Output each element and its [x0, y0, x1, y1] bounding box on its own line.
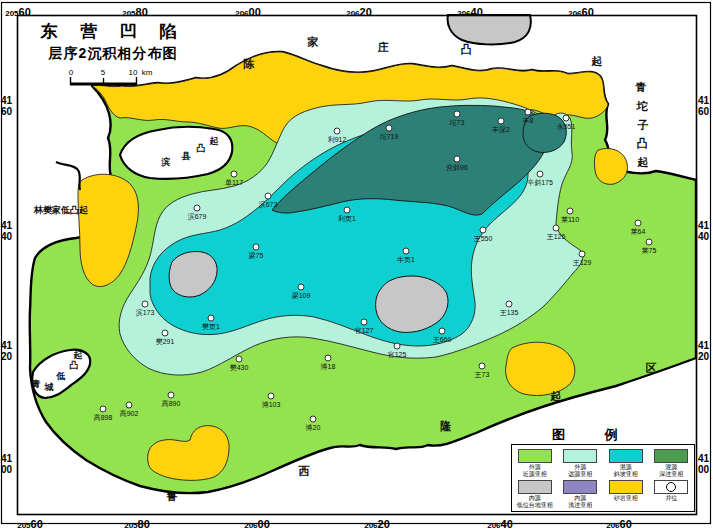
legend-item-label: 外源近源亚相: [513, 464, 557, 478]
geo-label: 起: [210, 135, 219, 148]
well-symbol-swatch: [654, 480, 688, 494]
grid-coordinate-label: 4100: [1, 453, 17, 475]
well-label: 坨73: [449, 119, 465, 126]
well-marker: [579, 251, 585, 257]
geo-label: 起: [74, 349, 83, 362]
well-label: 梁75: [249, 251, 264, 259]
well-marker: [454, 156, 460, 162]
well-label: 滨173: [136, 308, 155, 317]
grid-coordinate-label: 4120: [698, 340, 713, 362]
facies-map-page: 单117滨679滨673利912坨719坨73丰深2丰8永551辛斜175营斜9…: [0, 0, 713, 531]
well-marker: [142, 301, 148, 307]
well-label: 营斜96: [446, 164, 468, 172]
well-marker: [344, 207, 350, 213]
well-marker: [394, 343, 400, 349]
geo-label: 家: [308, 35, 319, 50]
well-label: 博20: [306, 424, 321, 432]
geo-label: 凸: [197, 142, 206, 155]
well-label: 樊页1: [202, 323, 220, 331]
well-marker: [361, 319, 367, 325]
well-marker: [525, 109, 531, 115]
scale-bar-tick-label: km: [142, 68, 153, 77]
legend-item-label: 内源低位台地亚相: [513, 495, 557, 509]
grid-coordinate-label: 20580: [124, 514, 150, 531]
well-marker: [403, 248, 409, 254]
well-marker: [506, 301, 512, 307]
well-label: 莱110: [561, 216, 579, 223]
well-label: 滨673: [259, 200, 278, 209]
well-marker: [386, 125, 392, 131]
well-marker: [310, 416, 316, 422]
well-label: 坨719: [379, 133, 399, 140]
legend-item-label: 外源远源亚相: [558, 464, 602, 478]
legend-item: 内源低位台地亚相: [513, 480, 557, 509]
geo-label: 区: [646, 361, 657, 376]
map-title-block: 东 营 凹 陷 层序2沉积相分布图: [28, 20, 198, 63]
well-label: 博103: [262, 401, 281, 409]
geo-label: 凸: [637, 136, 648, 151]
scale-bar-tick-label: 5: [101, 68, 105, 77]
well-marker: [268, 393, 274, 399]
geo-label: 青: [32, 378, 41, 391]
well-marker: [208, 315, 214, 321]
sand-body-northeast: [594, 148, 627, 184]
legend-color-swatch: [518, 449, 552, 463]
well-label: 王73: [475, 371, 490, 378]
geo-label: 凸: [461, 42, 472, 57]
geo-label: 县: [182, 150, 191, 163]
geo-label: 低: [57, 370, 66, 383]
legend-item: 外源近源亚相: [513, 449, 557, 478]
legend-item-label: 混源斜坡亚相: [604, 464, 648, 478]
legend-item-label: 混源深洼亚相: [649, 464, 693, 478]
geo-label: 青: [636, 80, 647, 95]
legend-item: 外源远源亚相: [558, 449, 602, 478]
well-marker: [126, 402, 132, 408]
well-label: 高902: [120, 410, 139, 417]
well-marker: [498, 118, 504, 124]
well-label: 王126: [547, 233, 566, 240]
legend-item: 混源深洼亚相: [649, 449, 693, 478]
legend-item: 井位: [649, 480, 693, 502]
uplift-linfanjia-boundary: [56, 162, 80, 190]
geo-label: 坨: [637, 99, 648, 114]
grid-coordinate-label: 4120: [1, 340, 17, 362]
well-label: 永551: [557, 123, 576, 130]
well-label: 高890: [162, 400, 181, 407]
well-marker: [646, 239, 652, 245]
well-label: 丰深2: [492, 126, 510, 134]
grid-coordinate-label: 20660: [606, 514, 632, 531]
well-marker: [480, 227, 486, 233]
legend-item: 混源斜坡亚相: [604, 449, 648, 478]
well-marker: [334, 128, 340, 134]
legend: 外源近源亚相外源远源亚相混源斜坡亚相混源深洼亚相内源低位台地亚相内源浅洼亚相砂岩…: [511, 444, 695, 512]
well-marker: [479, 363, 485, 369]
geo-label: 城: [45, 381, 54, 394]
map-title: 东 营 凹 陷: [28, 20, 198, 43]
well-icon: [666, 482, 676, 492]
legend-color-swatch: [609, 449, 643, 463]
well-label: 莱75: [642, 247, 657, 254]
well-marker: [231, 171, 237, 177]
scale-bar-tick-label: 10: [129, 68, 138, 77]
geo-label: 庄: [378, 40, 389, 55]
well-marker: [567, 208, 573, 214]
well-label: 丰8: [523, 117, 534, 124]
grid-coordinate-label: 20600: [235, 2, 261, 20]
well-label: 利页1: [338, 215, 356, 223]
scale-bar-tick-label: 0: [69, 68, 73, 77]
grid-coordinate-label: 20620: [364, 514, 390, 531]
well-marker: [168, 392, 174, 398]
well-label: 高898: [94, 414, 113, 421]
well-label: 辛斜175: [527, 179, 553, 187]
geo-label: 鲁: [167, 489, 178, 504]
legend-color-swatch: [518, 480, 552, 494]
well-label: 官125: [388, 351, 407, 358]
legend-color-swatch: [563, 480, 597, 494]
grid-coordinate-label: 20580: [122, 2, 148, 20]
legend-title: 图 例: [552, 426, 636, 444]
geo-label: 陈: [244, 57, 255, 72]
well-label: 利912: [328, 136, 347, 144]
well-marker: [253, 244, 259, 250]
well-marker: [563, 115, 569, 121]
map-subtitle: 层序2沉积相分布图: [28, 45, 198, 63]
